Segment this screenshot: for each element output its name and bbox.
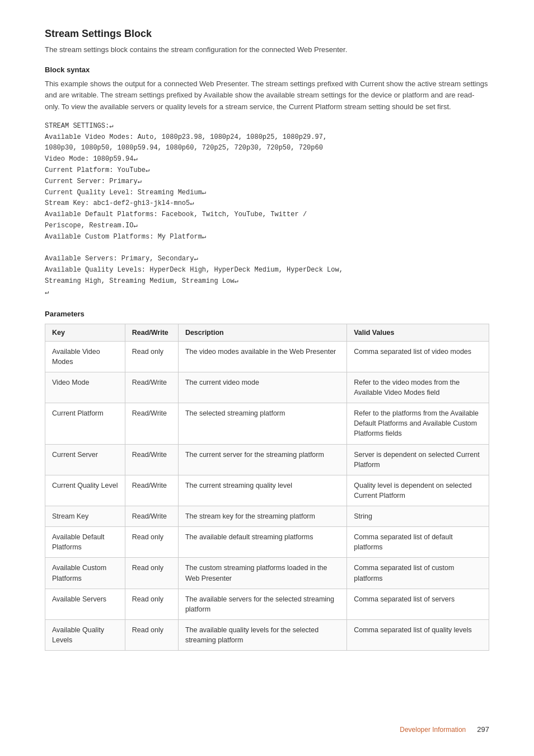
code-block: STREAM SETTINGS:↵ Available Video Modes:…	[45, 121, 489, 298]
cell-desc: The current streaming quality level	[178, 475, 346, 506]
table-header-desc: Description	[178, 324, 346, 341]
table-row: Available Quality LevelsRead onlyThe ava…	[45, 619, 489, 650]
page-number: 297	[477, 725, 489, 734]
cell-key: Stream Key	[45, 506, 125, 527]
cell-key: Available Video Modes	[45, 341, 125, 372]
footer: Developer Information 297	[0, 725, 534, 734]
table-row: Available Custom PlatformsRead onlyThe c…	[45, 558, 489, 589]
cell-desc: The available default streaming platform…	[178, 527, 346, 558]
cell-valid: Comma separated list of video modes	[347, 341, 489, 372]
cell-desc: The available quality levels for the sel…	[178, 619, 346, 650]
cell-key: Available Quality Levels	[45, 619, 125, 650]
table-header-rw: Read/Write	[125, 324, 178, 341]
cell-desc: The available servers for the selected s…	[178, 589, 346, 619]
cell-rw: Read only	[125, 558, 178, 589]
cell-rw: Read only	[125, 341, 178, 372]
cell-valid: Comma separated list of default platform…	[347, 527, 489, 558]
cell-desc: The stream key for the streaming platfor…	[178, 506, 346, 527]
table-header-key: Key	[45, 324, 125, 341]
cell-valid: String	[347, 506, 489, 527]
cell-rw: Read/Write	[125, 506, 178, 527]
cell-desc: The custom streaming platforms loaded in…	[178, 558, 346, 589]
parameters-heading: Parameters	[45, 310, 489, 318]
cell-valid: Server is dependent on selected Current …	[347, 444, 489, 475]
cell-desc: The current server for the streaming pla…	[178, 444, 346, 475]
section-description: The stream settings block contains the s…	[45, 44, 489, 55]
table-header-valid: Valid Values	[347, 324, 489, 341]
cell-desc: The video modes available in the Web Pre…	[178, 341, 346, 372]
cell-valid: Comma separated list of quality levels	[347, 619, 489, 650]
cell-valid: Refer to the video modes from the Availa…	[347, 372, 489, 403]
table-row: Current PlatformRead/WriteThe selected s…	[45, 403, 489, 444]
section-title: Stream Settings Block	[45, 28, 489, 40]
block-syntax-description: This example shows the output for a conn…	[45, 78, 489, 113]
cell-rw: Read/Write	[125, 372, 178, 403]
table-row: Stream KeyRead/WriteThe stream key for t…	[45, 506, 489, 527]
cell-valid: Quality level is dependent on selected C…	[347, 475, 489, 506]
cell-rw: Read only	[125, 527, 178, 558]
cell-rw: Read/Write	[125, 475, 178, 506]
cell-rw: Read/Write	[125, 444, 178, 475]
table-row: Available Video ModesRead onlyThe video …	[45, 341, 489, 372]
table-row: Available Default PlatformsRead onlyThe …	[45, 527, 489, 558]
cell-rw: Read/Write	[125, 403, 178, 444]
cell-key: Available Servers	[45, 589, 125, 619]
table-row: Video ModeRead/WriteThe current video mo…	[45, 372, 489, 403]
cell-valid: Comma separated list of servers	[347, 589, 489, 619]
cell-valid: Comma separated list of custom platforms	[347, 558, 489, 589]
cell-desc: The current video mode	[178, 372, 346, 403]
parameters-table: Key Read/Write Description Valid Values …	[45, 324, 489, 651]
cell-key: Available Default Platforms	[45, 527, 125, 558]
table-body: Available Video ModesRead onlyThe video …	[45, 341, 489, 651]
cell-key: Current Platform	[45, 403, 125, 444]
cell-rw: Read only	[125, 589, 178, 619]
developer-information-label: Developer Information	[400, 726, 466, 734]
cell-key: Video Mode	[45, 372, 125, 403]
cell-valid: Refer to the platforms from the Availabl…	[347, 403, 489, 444]
cell-rw: Read only	[125, 619, 178, 650]
table-row: Current Quality LevelRead/WriteThe curre…	[45, 475, 489, 506]
cell-key: Available Custom Platforms	[45, 558, 125, 589]
block-syntax-heading: Block syntax	[45, 66, 489, 74]
cell-key: Current Server	[45, 444, 125, 475]
table-row: Current ServerRead/WriteThe current serv…	[45, 444, 489, 475]
cell-key: Current Quality Level	[45, 475, 125, 506]
table-row: Available ServersRead onlyThe available …	[45, 589, 489, 619]
page-container: Stream Settings Block The stream setting…	[0, 0, 534, 756]
cell-desc: The selected streaming platform	[178, 403, 346, 444]
